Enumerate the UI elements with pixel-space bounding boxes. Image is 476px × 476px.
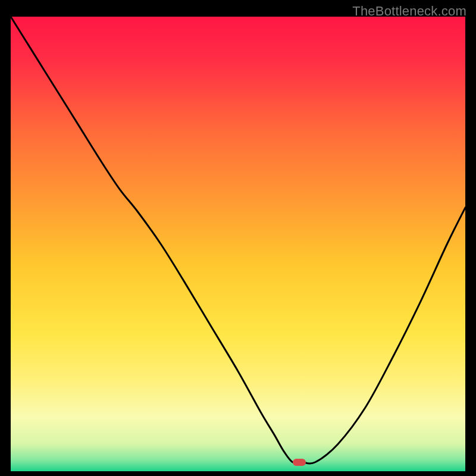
bottleneck-chart (11, 17, 465, 471)
optimal-point-marker (293, 459, 306, 466)
source-watermark: TheBottleneck.com (352, 4, 466, 19)
gradient-background (11, 17, 465, 471)
chart-frame (11, 17, 465, 471)
